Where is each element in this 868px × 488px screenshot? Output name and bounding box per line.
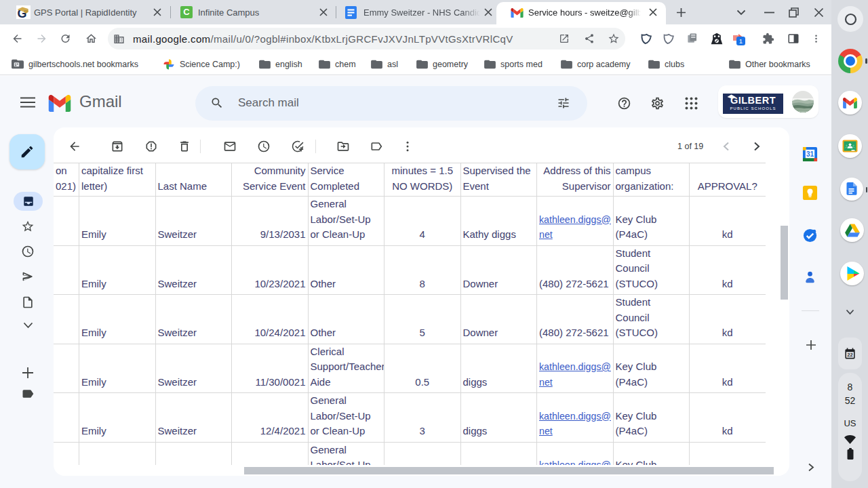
svg-text:31: 31 xyxy=(806,150,814,158)
svg-text:22: 22 xyxy=(847,352,852,358)
